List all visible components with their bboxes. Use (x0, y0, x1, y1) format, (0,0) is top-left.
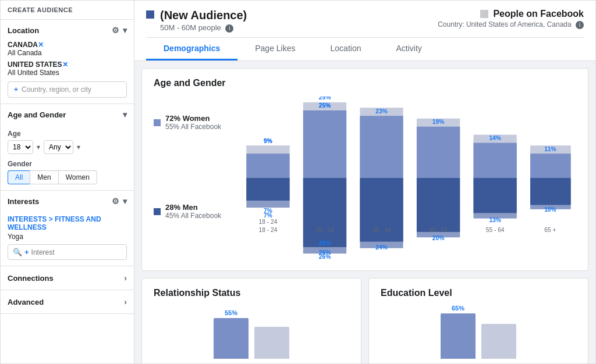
men-color-indicator (154, 208, 161, 215)
svg-text:25 - 34: 25 - 34 (315, 227, 334, 233)
age-row: 18 21 25 ▾ Any 24 34 ▾ (8, 140, 127, 154)
tab-demographics[interactable]: Demographics (146, 38, 237, 60)
interest-input[interactable] (31, 248, 122, 256)
bar-women-2 (303, 110, 346, 178)
location-label: Location (8, 26, 39, 35)
main-content: (New Audience) 50M - 60M people i People… (134, 1, 595, 363)
sidebar-section-location: Location ⚙ ▾ CANADA✕ All Canada (1, 20, 134, 104)
chevron-right-icon: › (124, 273, 127, 283)
settings-icon: ⚙ (112, 26, 119, 35)
audience-count: 50M - 60M people i (160, 23, 247, 33)
location-input[interactable]: + Country, region, or city (8, 81, 127, 98)
people-color-indicator (480, 10, 488, 18)
us-remove-button[interactable]: ✕ (62, 60, 68, 69)
sidebar-header: Create Audience (1, 1, 134, 20)
advanced-label: Advanced (8, 298, 44, 306)
rel-bar-group: 55% (214, 309, 249, 359)
edu-bar-group: 65% (441, 305, 476, 359)
relationship-title: Relationship Status (154, 288, 349, 298)
tab-activity[interactable]: Activity (378, 38, 439, 60)
canada-remove-button[interactable]: ✕ (38, 41, 44, 49)
tab-page-likes[interactable]: Page Likes (237, 38, 313, 60)
gender-men-button[interactable]: Men (30, 170, 58, 184)
sidebar-section-advanced: Advanced › (1, 290, 134, 314)
edu-audience-bar (441, 313, 476, 359)
edu-facebook-bar (481, 324, 516, 359)
edu-bar-pct: 65% (452, 305, 464, 312)
chevron-down-icon: ▾ (123, 197, 127, 206)
svg-text:35 - 44: 35 - 44 (372, 227, 391, 233)
bar-men-2 (303, 178, 346, 247)
age-field-label: Age (8, 130, 127, 138)
plus-icon: + (14, 85, 18, 94)
people-country: Country: United States of America, Canad… (438, 20, 584, 29)
location-placeholder: Country, region, or city (22, 85, 91, 94)
bar-age-label-1: 18 - 24 (259, 219, 278, 225)
svg-text:11%: 11% (544, 146, 556, 152)
search-icon: 🔍 (13, 248, 22, 256)
education-bars: 65% (381, 306, 576, 359)
age-range-separator: ▾ (37, 143, 40, 151)
info-icon[interactable]: i (576, 21, 584, 29)
svg-text:7%: 7% (264, 212, 272, 219)
location-content: CANADA✕ All Canada UNITED STATES✕ All Un… (1, 41, 134, 104)
people-on-facebook-section: People on Facebook Country: United State… (438, 9, 584, 29)
svg-text:18 - 24: 18 - 24 (259, 227, 278, 233)
bar-men-6 (530, 178, 571, 205)
sidebar: Create Audience Location ⚙ ▾ CANADA✕ All… (1, 1, 134, 363)
connections-label: Connections (8, 274, 54, 283)
svg-text:9%: 9% (264, 138, 272, 144)
svg-text:19%: 19% (432, 119, 444, 125)
us-sub: All United States (8, 69, 127, 77)
age-gender-label: Age and Gender (8, 110, 66, 119)
canada-sub: All Canada (8, 49, 127, 57)
audience-title: (New Audience) (160, 9, 247, 22)
connections-section-header[interactable]: Connections › (1, 266, 134, 290)
chevron-down-icon: ▾ (123, 110, 127, 119)
age-gender-section-header[interactable]: Age and Gender ▾ (1, 104, 134, 125)
sidebar-section-connections: Connections › (1, 266, 134, 290)
bar-women-5 (473, 143, 516, 178)
rel-bg-bar-group (254, 312, 289, 359)
sidebar-section-age-gender: Age and Gender ▾ Age 18 21 25 ▾ Any 24 (1, 104, 134, 191)
gender-women-button[interactable]: Women (59, 170, 97, 184)
chevron-down-icon: ▾ (123, 26, 127, 35)
location-tag-canada: CANADA✕ All Canada (8, 41, 127, 57)
charts-area: Age and Gender 72% Women 55% All Faceboo… (134, 61, 595, 363)
interest-path-link[interactable]: INTERESTS > FITNESS AND WELLNESS (8, 215, 127, 231)
gender-field-label: Gender (8, 160, 127, 168)
age-gender-icons: ▾ (123, 110, 127, 119)
men-fb-label: 45% All Facebook (165, 212, 221, 220)
svg-text:23%: 23% (375, 108, 387, 115)
location-section-header[interactable]: Location ⚙ ▾ (1, 20, 134, 41)
info-icon[interactable]: i (225, 24, 233, 33)
svg-text:45 - 54: 45 - 54 (429, 227, 448, 233)
interests-icons: ⚙ ▾ (112, 197, 127, 206)
advanced-section-header[interactable]: Advanced › (1, 290, 134, 313)
education-level-card: Education Level 65% (368, 278, 588, 363)
svg-text:14%: 14% (489, 135, 501, 141)
gender-all-button[interactable]: All (8, 170, 30, 184)
tab-location[interactable]: Location (313, 38, 379, 60)
bar-men-4 (417, 178, 460, 232)
age-to-select[interactable]: Any 24 34 (44, 140, 73, 154)
svg-text:24%: 24% (375, 244, 387, 251)
relationship-status-card: Relationship Status 55% (141, 278, 361, 363)
women-pct-label: 72% Women (165, 114, 221, 123)
people-country-text: Country: United States of America, Canad… (438, 20, 571, 28)
sidebar-section-interests: Interests ⚙ ▾ INTERESTS > FITNESS AND WE… (1, 191, 134, 266)
audience-color-indicator (146, 10, 154, 19)
chevron-right-icon: › (124, 297, 127, 306)
svg-text:65 +: 65 + (544, 227, 556, 233)
location-tag-us: UNITED STATES✕ All United States (8, 58, 127, 77)
age-from-select[interactable]: 18 21 25 (8, 140, 33, 154)
audience-header-top: (New Audience) 50M - 60M people i People… (146, 9, 584, 33)
edu-bg-bar-group (481, 312, 516, 359)
svg-text:20%: 20% (432, 235, 444, 241)
interest-input-row[interactable]: 🔍 + (8, 244, 127, 260)
settings-icon: ⚙ (112, 197, 119, 206)
chart-legends: 72% Women 55% All Facebook 28% Men 45% A… (154, 97, 229, 220)
svg-text:55 - 64: 55 - 64 (486, 227, 505, 233)
age-gender-svg: 9% 7% 18 - 24 25% 25% (241, 97, 576, 259)
interests-section-header[interactable]: Interests ⚙ ▾ (1, 191, 134, 212)
